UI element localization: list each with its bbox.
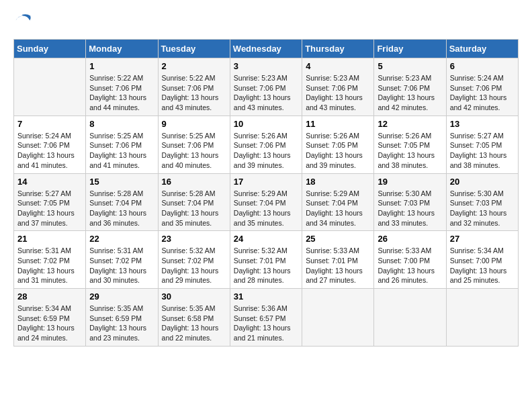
day-number: 1 (89, 61, 154, 71)
day-cell (302, 289, 374, 347)
day-info: Sunrise: 5:32 AMSunset: 7:02 PMDaylight:… (162, 246, 226, 285)
header-wednesday: Wednesday (230, 40, 302, 58)
day-cell: 18Sunrise: 5:29 AMSunset: 7:04 PMDayligh… (302, 173, 374, 231)
header-friday: Friday (374, 40, 446, 58)
day-info: Sunrise: 5:33 AMSunset: 7:00 PMDaylight:… (378, 246, 442, 285)
day-cell: 10Sunrise: 5:26 AMSunset: 7:06 PMDayligh… (230, 116, 302, 173)
day-cell: 6Sunrise: 5:24 AMSunset: 7:06 PMDaylight… (446, 58, 518, 116)
day-number: 24 (234, 234, 298, 244)
day-info: Sunrise: 5:35 AMSunset: 6:59 PMDaylight:… (89, 304, 154, 343)
day-info: Sunrise: 5:25 AMSunset: 7:06 PMDaylight:… (89, 131, 154, 171)
day-info: Sunrise: 5:22 AMSunset: 7:06 PMDaylight:… (162, 73, 226, 113)
day-info: Sunrise: 5:24 AMSunset: 7:06 PMDaylight:… (450, 73, 515, 113)
day-info: Sunrise: 5:36 AMSunset: 6:57 PMDaylight:… (234, 304, 298, 343)
day-cell: 12Sunrise: 5:26 AMSunset: 7:05 PMDayligh… (374, 116, 446, 173)
day-number: 18 (306, 177, 370, 187)
day-cell: 19Sunrise: 5:30 AMSunset: 7:03 PMDayligh… (374, 173, 446, 231)
day-number: 27 (450, 234, 515, 244)
day-info: Sunrise: 5:27 AMSunset: 7:05 PMDaylight:… (17, 189, 82, 228)
page-header (13, 13, 519, 32)
day-number: 30 (162, 291, 226, 302)
day-number: 10 (234, 119, 298, 129)
day-cell: 23Sunrise: 5:32 AMSunset: 7:02 PMDayligh… (158, 231, 230, 289)
day-info: Sunrise: 5:22 AMSunset: 7:06 PMDaylight:… (89, 73, 154, 113)
day-cell: 26Sunrise: 5:33 AMSunset: 7:00 PMDayligh… (374, 231, 446, 289)
day-number: 4 (306, 61, 370, 71)
day-info: Sunrise: 5:23 AMSunset: 7:06 PMDaylight:… (378, 73, 442, 113)
day-number: 11 (306, 119, 370, 129)
header-thursday: Thursday (302, 40, 374, 58)
day-info: Sunrise: 5:31 AMSunset: 7:02 PMDaylight:… (17, 246, 82, 285)
day-number: 7 (17, 119, 82, 129)
day-number: 14 (17, 177, 82, 187)
day-number: 31 (234, 291, 298, 302)
week-row-4: 21Sunrise: 5:31 AMSunset: 7:02 PMDayligh… (14, 231, 519, 289)
day-cell (374, 289, 446, 347)
day-cell: 27Sunrise: 5:34 AMSunset: 7:00 PMDayligh… (446, 231, 518, 289)
day-cell: 28Sunrise: 5:34 AMSunset: 6:59 PMDayligh… (14, 289, 86, 347)
logo (13, 13, 35, 32)
day-number: 8 (89, 119, 154, 129)
day-cell: 20Sunrise: 5:30 AMSunset: 7:03 PMDayligh… (446, 173, 518, 231)
day-cell: 25Sunrise: 5:33 AMSunset: 7:01 PMDayligh… (302, 231, 374, 289)
day-number: 9 (162, 119, 226, 129)
day-cell: 17Sunrise: 5:29 AMSunset: 7:04 PMDayligh… (230, 173, 302, 231)
day-info: Sunrise: 5:23 AMSunset: 7:06 PMDaylight:… (234, 73, 298, 113)
day-cell: 21Sunrise: 5:31 AMSunset: 7:02 PMDayligh… (14, 231, 86, 289)
header-monday: Monday (86, 40, 158, 58)
day-info: Sunrise: 5:33 AMSunset: 7:01 PMDaylight:… (306, 246, 370, 285)
day-number: 13 (450, 119, 515, 129)
day-number: 23 (162, 234, 226, 244)
day-number: 2 (162, 61, 226, 71)
day-info: Sunrise: 5:35 AMSunset: 6:58 PMDaylight:… (162, 304, 226, 343)
day-number: 17 (234, 177, 298, 187)
day-number: 25 (306, 234, 370, 244)
day-number: 22 (89, 234, 154, 244)
day-cell: 8Sunrise: 5:25 AMSunset: 7:06 PMDaylight… (86, 116, 158, 173)
day-info: Sunrise: 5:32 AMSunset: 7:01 PMDaylight:… (234, 246, 298, 285)
day-number: 6 (450, 61, 515, 71)
day-cell (14, 58, 86, 116)
day-info: Sunrise: 5:24 AMSunset: 7:06 PMDaylight:… (17, 131, 82, 171)
day-info: Sunrise: 5:28 AMSunset: 7:04 PMDaylight:… (89, 189, 154, 228)
day-cell: 15Sunrise: 5:28 AMSunset: 7:04 PMDayligh… (86, 173, 158, 231)
day-info: Sunrise: 5:26 AMSunset: 7:05 PMDaylight:… (306, 131, 370, 171)
header-saturday: Saturday (446, 40, 518, 58)
day-number: 16 (162, 177, 226, 187)
calendar-table: SundayMondayTuesdayWednesdayThursdayFrid… (13, 39, 519, 347)
day-info: Sunrise: 5:30 AMSunset: 7:03 PMDaylight:… (378, 189, 442, 228)
day-cell: 2Sunrise: 5:22 AMSunset: 7:06 PMDaylight… (158, 58, 230, 116)
day-info: Sunrise: 5:29 AMSunset: 7:04 PMDaylight:… (306, 189, 370, 228)
week-row-2: 7Sunrise: 5:24 AMSunset: 7:06 PMDaylight… (14, 116, 519, 173)
day-cell: 4Sunrise: 5:23 AMSunset: 7:06 PMDaylight… (302, 58, 374, 116)
day-info: Sunrise: 5:31 AMSunset: 7:02 PMDaylight:… (89, 246, 154, 285)
day-info: Sunrise: 5:34 AMSunset: 6:59 PMDaylight:… (17, 304, 82, 343)
day-cell: 31Sunrise: 5:36 AMSunset: 6:57 PMDayligh… (230, 289, 302, 347)
week-row-3: 14Sunrise: 5:27 AMSunset: 7:05 PMDayligh… (14, 173, 519, 231)
day-cell: 3Sunrise: 5:23 AMSunset: 7:06 PMDaylight… (230, 58, 302, 116)
day-cell: 14Sunrise: 5:27 AMSunset: 7:05 PMDayligh… (14, 173, 86, 231)
day-info: Sunrise: 5:26 AMSunset: 7:05 PMDaylight:… (378, 131, 442, 171)
day-info: Sunrise: 5:26 AMSunset: 7:06 PMDaylight:… (234, 131, 298, 171)
day-info: Sunrise: 5:28 AMSunset: 7:04 PMDaylight:… (162, 189, 226, 228)
day-number: 29 (89, 291, 154, 302)
day-info: Sunrise: 5:29 AMSunset: 7:04 PMDaylight:… (234, 189, 298, 228)
day-cell: 1Sunrise: 5:22 AMSunset: 7:06 PMDaylight… (86, 58, 158, 116)
header-sunday: Sunday (14, 40, 86, 58)
day-number: 15 (89, 177, 154, 187)
day-cell (446, 289, 518, 347)
day-info: Sunrise: 5:23 AMSunset: 7:06 PMDaylight:… (306, 73, 370, 113)
day-number: 12 (378, 119, 442, 129)
week-row-5: 28Sunrise: 5:34 AMSunset: 6:59 PMDayligh… (14, 289, 519, 347)
day-number: 20 (450, 177, 515, 187)
day-number: 19 (378, 177, 442, 187)
day-number: 28 (17, 291, 82, 302)
day-cell: 16Sunrise: 5:28 AMSunset: 7:04 PMDayligh… (158, 173, 230, 231)
day-cell: 13Sunrise: 5:27 AMSunset: 7:05 PMDayligh… (446, 116, 518, 173)
day-info: Sunrise: 5:27 AMSunset: 7:05 PMDaylight:… (450, 131, 515, 171)
day-number: 26 (378, 234, 442, 244)
day-number: 21 (17, 234, 82, 244)
day-cell: 9Sunrise: 5:25 AMSunset: 7:06 PMDaylight… (158, 116, 230, 173)
day-info: Sunrise: 5:25 AMSunset: 7:06 PMDaylight:… (162, 131, 226, 171)
day-cell: 30Sunrise: 5:35 AMSunset: 6:58 PMDayligh… (158, 289, 230, 347)
